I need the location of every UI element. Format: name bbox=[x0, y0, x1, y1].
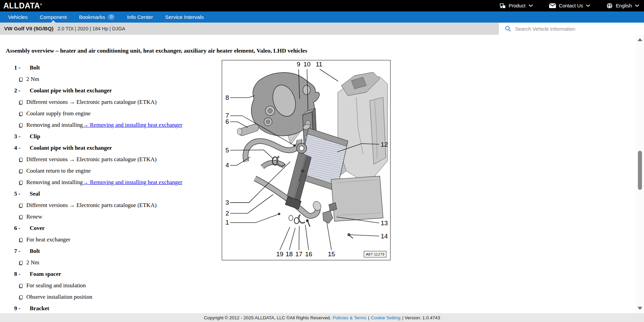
vehicle-name: VW Golf VII (5G/BQ) bbox=[4, 26, 53, 32]
callout-number-18: 18 bbox=[286, 251, 293, 258]
callout-number-9: 9 bbox=[297, 61, 300, 68]
top-menu-label: Product bbox=[509, 3, 526, 8]
square-bullet-icon bbox=[20, 181, 23, 184]
square-bullet-icon bbox=[20, 78, 23, 81]
callout-number-17: 17 bbox=[295, 251, 302, 258]
part-item: 9 -Bracket bbox=[14, 305, 636, 312]
nav-item-component[interactable]: Component bbox=[35, 11, 72, 23]
vehicle-search bbox=[499, 23, 644, 35]
callout-leader-line bbox=[327, 222, 331, 250]
globe-icon bbox=[607, 3, 613, 9]
part-note-text: Removing and installing bbox=[26, 122, 83, 128]
part-note-text: For heat exchanger bbox=[26, 237, 70, 243]
top-menu-label: English bbox=[616, 3, 632, 8]
nav-item-bookmarks[interactable]: Bookmarks0 bbox=[74, 11, 120, 23]
main-nav: VehiclesComponentBookmarks0Info CenterSe… bbox=[0, 11, 644, 23]
part-item: 8 -Foam spacer bbox=[14, 271, 636, 277]
square-bullet-icon bbox=[20, 261, 23, 265]
search-input[interactable] bbox=[515, 26, 623, 32]
callout-number-8: 8 bbox=[225, 94, 229, 101]
part-number: 6 - bbox=[14, 225, 30, 231]
top-menu-language[interactable]: English bbox=[607, 3, 639, 9]
square-bullet-icon bbox=[20, 295, 23, 299]
product-icon bbox=[500, 3, 506, 8]
nav-item-vehicles[interactable]: Vehicles bbox=[3, 11, 32, 23]
callout-leader-line bbox=[350, 235, 379, 236]
scrollbar-thumb[interactable] bbox=[638, 151, 642, 190]
part-note-text: For sealing and insulation bbox=[26, 283, 86, 289]
part-note-text: Different versions → Electronic parts ca… bbox=[26, 156, 157, 163]
callout-leader-line bbox=[230, 150, 273, 159]
part-title: Clip bbox=[30, 133, 40, 140]
nav-item-label: Info Center bbox=[127, 14, 153, 20]
cookie-setting-link[interactable]: Cookie Setting bbox=[371, 315, 401, 320]
part-note: 2 Nm bbox=[20, 260, 636, 266]
square-bullet-icon bbox=[20, 169, 23, 173]
footer: Copyright © 2012 - 2025 ALLDATA, LLC ©Al… bbox=[0, 313, 644, 322]
alldata-logo[interactable]: ALLDATA® bbox=[3, 1, 42, 10]
callout-number-3: 3 bbox=[225, 199, 229, 206]
policies-terms-link[interactable]: Policies & Terms bbox=[333, 315, 367, 320]
top-menu-product[interactable]: Product bbox=[500, 3, 533, 8]
nav-item-label: Vehicles bbox=[8, 14, 28, 20]
callout-number-4: 4 bbox=[225, 162, 229, 169]
part-title: Seal bbox=[30, 191, 40, 197]
copyright-text: Copyright © 2012 - 2025 ALLDATA, LLC ©Al… bbox=[204, 315, 331, 320]
square-bullet-icon bbox=[20, 100, 23, 104]
procedure-link[interactable]: → Removing and installing heat exchanger bbox=[83, 179, 182, 185]
top-menu-contact-us[interactable]: Contact Us bbox=[549, 3, 591, 8]
part-note-text: Coolant supply from engine bbox=[26, 111, 90, 117]
part-title: Cover bbox=[30, 225, 45, 231]
scroll-up-arrow-icon[interactable] bbox=[638, 38, 642, 41]
part-number: 4 - bbox=[14, 145, 30, 151]
part-note-text: Different versions → Electronic parts ca… bbox=[26, 99, 157, 105]
callout-leader-line bbox=[289, 228, 295, 250]
callout-number-16: 16 bbox=[305, 251, 312, 258]
part-note-text: 2 Nm bbox=[26, 76, 39, 82]
callout-leader-line bbox=[230, 195, 273, 213]
callout-number-14: 14 bbox=[381, 233, 388, 240]
nav-item-service-intervals[interactable]: Service Intervals bbox=[160, 11, 209, 23]
exploded-view-drawing: 91011876543211213141918171615 A87-11279 bbox=[222, 60, 390, 260]
vehicle-details: 2.0 TDI | 2020 | 184 Hp | DJGA bbox=[57, 26, 125, 31]
chevron-down-icon bbox=[586, 4, 590, 7]
top-menu: ProductContact UsEnglish bbox=[500, 3, 639, 9]
callout-leader-line bbox=[230, 122, 248, 127]
square-bullet-icon bbox=[20, 284, 23, 288]
square-bullet-icon bbox=[20, 238, 23, 242]
callout-number-15: 15 bbox=[328, 251, 335, 258]
auxiliary-heater-part bbox=[329, 176, 383, 221]
nav-item-label: Service Intervals bbox=[165, 14, 204, 20]
part-number: 2 - bbox=[14, 88, 30, 94]
part-number: 1 - bbox=[14, 65, 30, 71]
part-note-text: Removing and installing bbox=[26, 179, 83, 185]
part-note-text: Observe installation position bbox=[26, 294, 92, 300]
scroll-down-arrow-icon[interactable] bbox=[638, 307, 642, 310]
vehicle-info: VW Golf VII (5G/BQ) 2.0 TDI | 2020 | 184… bbox=[0, 23, 499, 35]
callout-leader-line bbox=[320, 69, 338, 81]
part-title: Coolant pipe with heat exchanger bbox=[30, 145, 112, 151]
procedure-link[interactable]: → Removing and installing heat exchanger bbox=[83, 122, 182, 128]
top-bar: ALLDATA® ProductContact UsEnglish bbox=[0, 0, 644, 11]
part-title: Coolant pipe with heat exchanger bbox=[30, 87, 112, 94]
vertical-scrollbar[interactable] bbox=[636, 35, 644, 313]
bookmarks-count-badge: 0 bbox=[108, 14, 115, 20]
callout-number-11: 11 bbox=[316, 61, 322, 68]
square-bullet-icon bbox=[20, 112, 23, 116]
nav-item-info-center[interactable]: Info Center bbox=[122, 11, 158, 23]
callout-leader-line bbox=[280, 227, 290, 250]
callout-leader-line bbox=[299, 226, 299, 250]
figure-ref-label: A87-11279 bbox=[364, 251, 386, 257]
callout-number-6: 6 bbox=[225, 118, 229, 125]
callout-number-13: 13 bbox=[381, 219, 388, 227]
callout-number-1: 1 bbox=[225, 219, 229, 226]
square-bullet-icon bbox=[20, 123, 23, 127]
part-note-text: Renew bbox=[26, 214, 42, 220]
part-title: Foam spacer bbox=[30, 271, 61, 277]
search-icon bbox=[505, 26, 511, 32]
assembly-diagram: 91011876543211213141918171615 A87-11279 bbox=[222, 60, 391, 260]
callout-number-10: 10 bbox=[303, 61, 311, 68]
nav-item-label: Component bbox=[40, 14, 67, 20]
part-number: 8 - bbox=[14, 271, 30, 277]
callout-leader-line bbox=[230, 96, 255, 98]
